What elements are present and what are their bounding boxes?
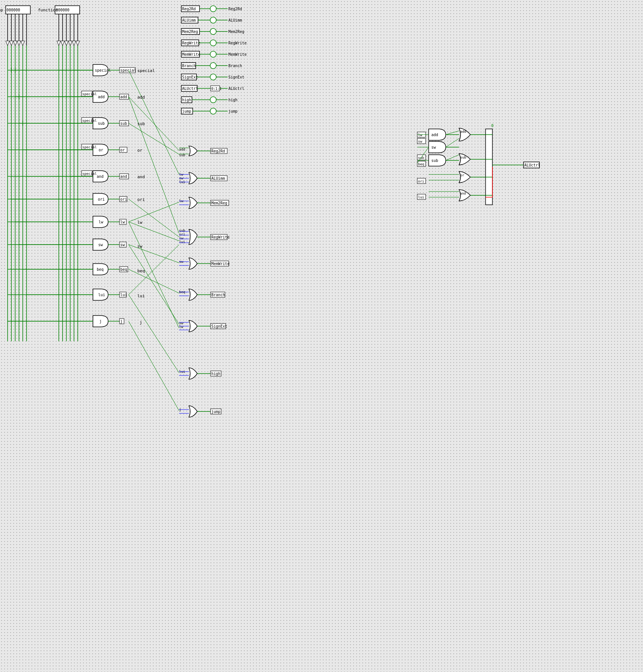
svg-text:sub: sub	[120, 121, 127, 126]
svg-text:jump: jump	[211, 410, 220, 414]
svg-marker-32	[68, 41, 72, 46]
svg-line-300	[129, 70, 179, 174]
svg-text:SignExt: SignExt	[182, 75, 198, 79]
svg-text:MemWrite: MemWrite	[228, 52, 247, 57]
svg-text:jump: jump	[182, 109, 191, 113]
svg-text:sub: sub	[460, 155, 466, 159]
svg-text:Reg2Rd: Reg2Rd	[211, 149, 225, 153]
svg-text:MemWrite: MemWrite	[211, 262, 230, 266]
svg-text:000000: 000000	[6, 8, 20, 12]
svg-text:sw: sw	[179, 321, 183, 325]
svg-text:beq: beq	[418, 162, 424, 166]
svg-marker-15	[17, 41, 21, 46]
svg-line-310	[129, 295, 179, 373]
svg-text:RegWrite: RegWrite	[211, 235, 230, 239]
svg-text:j: j	[120, 319, 123, 323]
svg-text:lw: lw	[179, 325, 183, 329]
svg-text:add: add	[120, 95, 127, 99]
svg-text:high: high	[211, 372, 220, 376]
svg-text:Branch: Branch	[228, 64, 242, 68]
decoder-label-sw-in: sw	[137, 244, 142, 249]
svg-text:ori: ori	[179, 232, 185, 236]
svg-text:0: 0	[491, 124, 494, 128]
svg-text:ALUimm: ALUimm	[211, 176, 225, 181]
svg-text:op: op	[0, 8, 3, 13]
svg-text:ALUctrl: ALUctrl	[524, 163, 540, 167]
svg-line-307	[129, 269, 179, 293]
decoder-label-and-in: and	[137, 174, 145, 179]
svg-marker-34	[76, 41, 80, 46]
svg-text:lw: lw	[99, 220, 104, 224]
svg-text:MemWrite: MemWrite	[182, 52, 200, 57]
decoder-label-ori-in: ori	[137, 197, 145, 202]
decoder-label-or-in: or	[137, 148, 142, 153]
svg-text:lui: lui	[120, 293, 127, 297]
svg-rect-276	[486, 129, 492, 205]
svg-text:high: high	[182, 98, 191, 102]
svg-text:sub: sub	[98, 121, 105, 126]
svg-text:special: special	[82, 92, 97, 96]
svg-text:ori: ori	[120, 197, 127, 201]
svg-text:or: or	[99, 148, 103, 152]
svg-point-139	[210, 28, 216, 35]
decoder-label-lw-in: lw	[137, 220, 142, 225]
svg-text:SignExt: SignExt	[228, 75, 244, 79]
svg-line-305	[129, 245, 179, 295]
svg-line-298	[129, 97, 179, 151]
svg-marker-12	[6, 41, 9, 46]
svg-marker-16	[21, 41, 25, 46]
svg-text:ori: ori	[98, 197, 105, 201]
svg-point-182	[210, 108, 216, 114]
svg-text:Mem2Reg: Mem2Reg	[211, 201, 227, 205]
svg-text:Mem2Reg: Mem2Reg	[182, 30, 198, 34]
svg-text:beq: beq	[97, 267, 104, 272]
svg-point-151	[210, 51, 216, 57]
svg-text:and: and	[97, 174, 104, 179]
svg-text:sw: sw	[120, 243, 125, 247]
svg-line-299	[129, 123, 179, 154]
svg-text:lui: lui	[418, 195, 424, 199]
svg-text:lw: lw	[120, 220, 125, 224]
svg-text:Mem2Reg: Mem2Reg	[228, 30, 244, 34]
svg-text:Reg2Rd: Reg2Rd	[182, 7, 196, 11]
svg-text:ALUimm: ALUimm	[182, 18, 196, 22]
svg-text:ori: ori	[418, 179, 424, 183]
svg-text:ALUimm: ALUimm	[228, 18, 242, 22]
svg-text:j: j	[99, 319, 102, 323]
svg-text:add: add	[460, 130, 466, 133]
svg-line-289	[446, 131, 459, 135]
svg-text:lw: lw	[179, 236, 183, 240]
svg-text:0:1:1: 0:1:1	[211, 87, 222, 91]
svg-line-306	[129, 245, 179, 263]
svg-text:Branch: Branch	[211, 293, 225, 297]
svg-text:or: or	[460, 173, 464, 177]
svg-text:RegWrite: RegWrite	[182, 41, 200, 45]
decoder-label-lui-in: lui	[137, 294, 145, 298]
svg-text:SignExt: SignExt	[211, 324, 227, 328]
svg-line-301	[129, 202, 179, 222]
svg-text:sub: sub	[431, 159, 438, 163]
svg-marker-29	[57, 41, 61, 46]
svg-point-133	[210, 17, 216, 23]
svg-text:or: or	[120, 148, 125, 152]
svg-marker-30	[61, 41, 64, 46]
svg-line-290	[446, 138, 459, 147]
svg-point-157	[210, 63, 216, 69]
decoder-label-special-in: special	[137, 68, 155, 73]
svg-text:special: special	[120, 68, 136, 72]
svg-text:RegWrite: RegWrite	[228, 41, 247, 45]
svg-text:lw: lw	[418, 133, 422, 137]
svg-text:and: and	[120, 174, 127, 179]
svg-text:add: add	[98, 95, 105, 99]
svg-point-176	[210, 97, 216, 103]
svg-text:Reg2Rd: Reg2Rd	[228, 7, 242, 11]
svg-text:and: and	[460, 192, 466, 195]
svg-text:sub: sub	[179, 229, 185, 232]
svg-marker-33	[72, 41, 76, 46]
svg-text:ALUctrl: ALUctrl	[228, 86, 244, 91]
svg-text:lui: lui	[179, 240, 185, 244]
svg-marker-13	[9, 41, 13, 46]
svg-text:sw: sw	[431, 145, 436, 149]
svg-line-292	[446, 155, 459, 160]
svg-text:special: special	[82, 119, 97, 122]
